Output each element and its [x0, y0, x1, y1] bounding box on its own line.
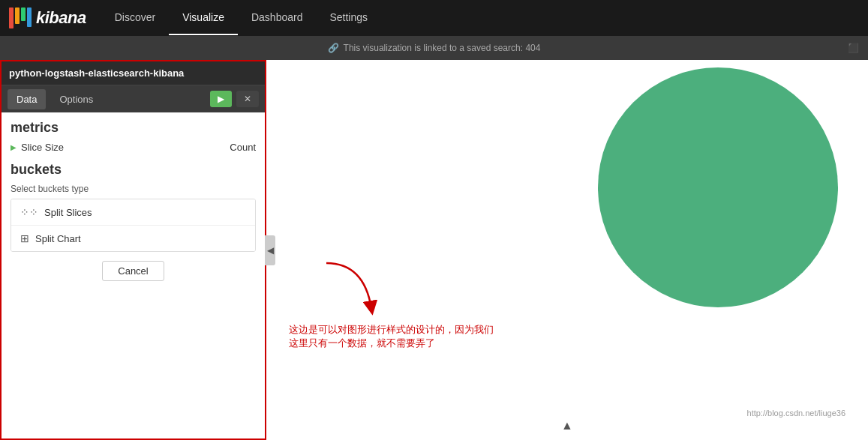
- nav-discover[interactable]: Discover: [101, 1, 169, 35]
- logo-bar-1: [9, 7, 14, 28]
- bucket-option-split-chart[interactable]: ⊞ Split Chart: [11, 226, 255, 251]
- close-button[interactable]: ✕: [236, 91, 259, 107]
- split-slices-icon: ⁘⁘: [20, 206, 38, 218]
- sidebar-title: python-logstash-elasticsearch-kibana: [9, 67, 184, 79]
- info-bar-close-icon[interactable]: ⬛: [848, 43, 859, 53]
- tab-data[interactable]: Data: [8, 89, 46, 109]
- main-layout: ◀ python-logstash-elasticsearch-kibana D…: [0, 60, 868, 440]
- cancel-btn-row: Cancel: [11, 261, 256, 281]
- metric-row: ▶ Slice Size Count: [11, 142, 256, 153]
- nav-settings[interactable]: Settings: [316, 1, 381, 35]
- annotation-line2: 这里只有一个数据，就不需要弄了: [289, 337, 494, 350]
- cancel-button[interactable]: Cancel: [102, 261, 164, 281]
- split-chart-icon: ⊞: [20, 232, 29, 244]
- logo-text: kibana: [36, 8, 86, 28]
- buckets-title: buckets: [11, 162, 256, 178]
- metric-label: Slice Size: [21, 142, 230, 153]
- logo-bar-4: [27, 7, 32, 27]
- tab-actions: ▶ ✕: [210, 91, 259, 107]
- info-bar-text: This visualization is linked to a saved …: [344, 43, 541, 53]
- sidebar-content: metrics ▶ Slice Size Count buckets Selec…: [2, 112, 265, 439]
- split-slices-label: Split Slices: [44, 207, 92, 218]
- info-bar: 🔗 This visualization is linked to a save…: [0, 36, 868, 60]
- logo-bar-3: [21, 7, 26, 21]
- nav-items: Discover Visualize Dashboard Settings: [101, 1, 381, 35]
- collapse-sidebar-button[interactable]: ◀: [265, 235, 275, 265]
- link-icon: 🔗: [328, 43, 339, 53]
- pie-chart-container: [598, 67, 838, 307]
- metric-arrow-icon: ▶: [11, 143, 17, 151]
- bucket-options-list: ⁘⁘ Split Slices ⊞ Split Chart: [11, 199, 256, 252]
- nav-visualize[interactable]: Visualize: [169, 1, 238, 35]
- metrics-title: metrics: [11, 120, 256, 136]
- top-nav: kibana Discover Visualize Dashboard Sett…: [0, 0, 868, 36]
- chart-area: 这边是可以对图形进行样式的设计的，因为我们 这里只有一个数据，就不需要弄了 ▲ …: [266, 60, 868, 440]
- logo-bar-2: [15, 7, 20, 24]
- select-buckets-label: Select buckets type: [11, 184, 256, 194]
- watermark: http://blog.csdn.net/liuge36: [747, 409, 845, 418]
- logo-bars: [9, 7, 32, 28]
- red-arrow-svg: [319, 256, 379, 316]
- annotation-container: 这边是可以对图形进行样式的设计的，因为我们 这里只有一个数据，就不需要弄了: [289, 316, 494, 350]
- left-sidebar: ◀ python-logstash-elasticsearch-kibana D…: [0, 60, 266, 440]
- sidebar-tabs: Data Options ▶ ✕: [2, 85, 265, 112]
- info-bar-message: 🔗 This visualization is linked to a save…: [328, 43, 541, 53]
- metric-count: Count: [230, 142, 256, 153]
- nav-dashboard[interactable]: Dashboard: [238, 1, 317, 35]
- scroll-up-icon[interactable]: ▲: [561, 419, 573, 433]
- sidebar-header: python-logstash-elasticsearch-kibana: [2, 61, 265, 85]
- kibana-logo: kibana: [9, 7, 86, 28]
- bucket-option-split-slices[interactable]: ⁘⁘ Split Slices: [11, 199, 255, 226]
- tab-options[interactable]: Options: [50, 89, 102, 109]
- split-chart-label: Split Chart: [35, 233, 81, 244]
- annotation-line1: 这边是可以对图形进行样式的设计的，因为我们: [289, 323, 494, 337]
- pie-chart: [598, 67, 838, 307]
- annotation-text: 这边是可以对图形进行样式的设计的，因为我们 这里只有一个数据，就不需要弄了: [289, 323, 494, 350]
- run-button[interactable]: ▶: [210, 91, 232, 107]
